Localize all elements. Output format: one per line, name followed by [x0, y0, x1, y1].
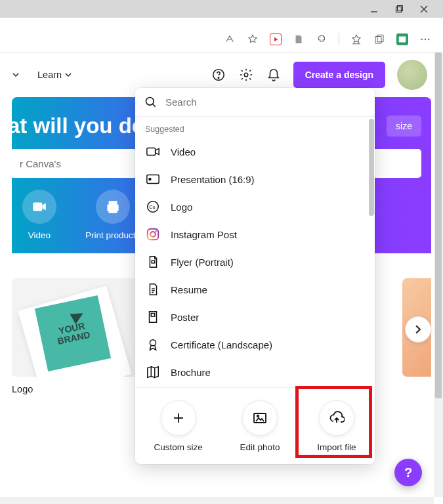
- svg-point-11: [428, 38, 429, 39]
- footer-label: Import file: [317, 442, 356, 452]
- panel-item-label: Flyer (Portrait): [171, 257, 234, 268]
- hero-action-label: Print products: [85, 230, 140, 240]
- svg-line-17: [153, 104, 156, 106]
- create-design-button[interactable]: Create a design: [293, 62, 385, 88]
- help-fab[interactable]: ?: [394, 459, 422, 486]
- resume-icon: [145, 282, 161, 297]
- extensions-icon[interactable]: [316, 33, 327, 45]
- panel-scrollbar[interactable]: [369, 117, 375, 335]
- horizontal-scrollbar[interactable]: [0, 497, 434, 504]
- logo-icon: Co.: [145, 199, 161, 215]
- svg-rect-31: [151, 314, 155, 317]
- avatar[interactable]: [397, 60, 427, 90]
- vertical-scrollbar[interactable]: [434, 52, 443, 497]
- panel-item-video[interactable]: Video: [135, 138, 375, 165]
- svg-point-25: [156, 230, 157, 232]
- nav-label: Learn: [37, 70, 62, 80]
- template-card-logo[interactable]: YOUR BRAND: [12, 278, 143, 377]
- svg-point-9: [421, 38, 423, 39]
- svg-rect-7: [377, 35, 383, 42]
- svg-rect-26: [152, 261, 155, 263]
- svg-point-10: [425, 38, 426, 39]
- certificate-icon: [145, 337, 161, 352]
- svg-rect-23: [148, 229, 159, 240]
- svg-point-32: [150, 340, 156, 346]
- presentation-icon: [145, 171, 161, 187]
- carousel-next-button[interactable]: [405, 316, 431, 343]
- svg-rect-18: [147, 148, 156, 156]
- video-icon: [145, 144, 161, 159]
- hero-action-print[interactable]: Print products: [85, 190, 140, 240]
- panel-item-instagram[interactable]: Instagram Post: [135, 220, 375, 248]
- extension-3-icon[interactable]: [396, 33, 408, 45]
- svg-point-24: [150, 232, 156, 237]
- panel-item-flyer[interactable]: Flyer (Portrait): [135, 248, 375, 276]
- poster-icon: [145, 309, 161, 325]
- footer-custom-size[interactable]: Custom size: [154, 400, 202, 452]
- svg-point-14: [244, 73, 248, 77]
- hero-action-video[interactable]: Video: [22, 190, 56, 240]
- notifications-icon[interactable]: [266, 67, 282, 83]
- help-icon[interactable]: [211, 67, 226, 83]
- svg-rect-6: [375, 36, 381, 43]
- svg-text:Co.: Co.: [149, 204, 156, 210]
- panel-search[interactable]: [135, 88, 375, 117]
- favorite-icon[interactable]: [247, 33, 259, 45]
- panel-item-label: Instagram Post: [171, 229, 237, 240]
- maximize-button[interactable]: [394, 5, 404, 14]
- extension-1-icon[interactable]: [270, 33, 282, 45]
- read-aloud-icon[interactable]: [224, 33, 236, 45]
- panel-item-label: Presentation (16:9): [171, 174, 255, 185]
- settings-icon[interactable]: [238, 67, 254, 83]
- panel-item-label: Brochure: [171, 367, 211, 378]
- flyer-icon: [145, 254, 161, 270]
- window-titlebar: [0, 0, 443, 18]
- footer-label: Custom size: [154, 442, 202, 452]
- svg-rect-35: [254, 413, 266, 423]
- browser-toolbar: [0, 27, 443, 52]
- panel-item-logo[interactable]: Co. Logo: [135, 193, 375, 220]
- svg-rect-15: [33, 203, 42, 211]
- panel-search-input[interactable]: [165, 96, 366, 108]
- footer-import-file[interactable]: Import file: [317, 400, 356, 452]
- brochure-icon: [145, 364, 161, 380]
- nav-item-1[interactable]: [12, 70, 19, 80]
- svg-point-36: [257, 415, 259, 417]
- panel-item-brochure[interactable]: Brochure: [135, 358, 375, 386]
- nav-item-learn[interactable]: Learn: [37, 70, 72, 80]
- panel-item-label: Video: [171, 146, 196, 158]
- tab-strip: [0, 18, 443, 27]
- panel-item-certificate[interactable]: Certificate (Landscape): [135, 331, 375, 358]
- minimize-button[interactable]: [369, 5, 379, 14]
- panel-item-poster[interactable]: Poster: [135, 303, 375, 331]
- svg-point-16: [146, 97, 154, 105]
- collections-icon[interactable]: [373, 33, 385, 45]
- panel-item-resume[interactable]: Resume: [135, 276, 375, 303]
- panel-item-label: Logo: [171, 201, 192, 213]
- panel-item-label: Resume: [171, 284, 207, 295]
- footer-label: Edit photo: [240, 442, 280, 452]
- svg-point-13: [218, 77, 219, 79]
- hero-search-placeholder: r Canva's: [20, 158, 61, 169]
- panel-section-label: Suggested: [135, 117, 375, 138]
- more-icon[interactable]: [419, 33, 431, 45]
- svg-rect-1: [396, 7, 402, 12]
- instagram-icon: [145, 226, 161, 242]
- panel-item-presentation[interactable]: Presentation (16:9): [135, 165, 375, 193]
- svg-rect-8: [399, 36, 406, 42]
- extension-2-icon[interactable]: [293, 33, 305, 45]
- panel-item-label: Poster: [171, 312, 199, 323]
- panel-footer: Custom size Edit photo Import file: [135, 387, 375, 464]
- svg-point-20: [149, 178, 151, 180]
- design-type-panel: Suggested Video Presentation (16:9) Co. …: [135, 88, 375, 464]
- panel-item-label: Certificate (Landscape): [171, 339, 272, 350]
- hero-action-label: Video: [28, 230, 51, 240]
- toolbar-separator: [339, 33, 339, 45]
- footer-edit-photo[interactable]: Edit photo: [240, 400, 280, 452]
- favorites-bar-icon[interactable]: [350, 33, 362, 45]
- svg-rect-2: [398, 5, 403, 10]
- close-button[interactable]: [419, 5, 429, 14]
- custom-size-button[interactable]: size: [387, 116, 421, 136]
